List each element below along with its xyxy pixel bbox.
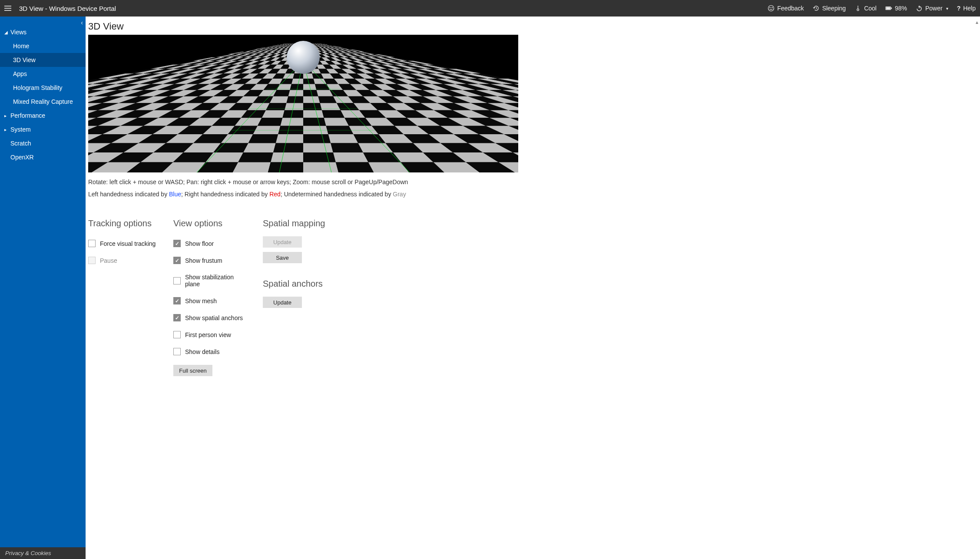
show-mesh-checkbox[interactable] xyxy=(173,297,181,304)
svg-marker-910 xyxy=(303,134,331,143)
privacy-link[interactable]: Privacy & Cookies xyxy=(0,547,86,559)
window-title: 3D View - Windows Device Portal xyxy=(19,5,116,12)
svg-marker-991 xyxy=(333,152,368,162)
sidebar-group-label: Performance xyxy=(10,112,45,119)
svg-marker-868 xyxy=(253,126,280,134)
sidebar-item-scratch[interactable]: Scratch xyxy=(0,136,86,150)
sidebar-item-hologram-stability[interactable]: Hologram Stability xyxy=(0,81,86,95)
svg-point-2 xyxy=(772,7,772,8)
sidebar-group-label: Views xyxy=(10,29,26,36)
svg-marker-949 xyxy=(273,143,303,152)
checkbox-label: Pause xyxy=(100,257,117,264)
power-label: Power xyxy=(925,5,943,12)
sidebar-item-apps[interactable]: Apps xyxy=(0,67,86,81)
feedback-button[interactable]: Feedback xyxy=(768,5,804,12)
svg-point-1054 xyxy=(287,41,320,74)
show-floor-checkbox[interactable] xyxy=(173,240,181,247)
chevron-down-icon: ◢ xyxy=(4,30,9,35)
svg-marker-909 xyxy=(276,134,303,143)
sidebar-item-label: Scratch xyxy=(10,140,31,147)
sidebar: ‹ ◢ Views Home 3D View Apps Hologram Sta… xyxy=(0,17,86,559)
checkbox-label: First person view xyxy=(185,331,231,338)
show-frustum-checkbox[interactable] xyxy=(173,257,181,264)
sidebar-group-views[interactable]: ◢ Views xyxy=(0,25,86,39)
svg-marker-830 xyxy=(303,118,326,126)
view-options-section: View options Show floor Show frustum Sho… xyxy=(173,218,250,380)
svg-marker-869 xyxy=(278,126,303,134)
svg-marker-750 xyxy=(303,103,322,110)
spatial-mapping-update-button[interactable]: Update xyxy=(263,236,302,248)
first-person-view-checkbox[interactable] xyxy=(173,331,181,338)
spatial-mapping-heading: Spatial mapping xyxy=(263,218,350,228)
handedness-legend: Left handedness indicated by Blue; Right… xyxy=(88,191,973,198)
temperature-status[interactable]: Cool xyxy=(854,5,877,12)
spatial-mapping-save-button[interactable]: Save xyxy=(263,252,302,263)
svg-marker-908 xyxy=(248,134,278,143)
svg-marker-1030 xyxy=(303,162,338,172)
battery-status[interactable]: 98% xyxy=(885,5,907,12)
smiley-icon xyxy=(768,5,775,12)
svg-marker-790 xyxy=(303,110,324,118)
hamburger-menu-icon[interactable] xyxy=(4,6,13,11)
spatial-anchors-update-button[interactable]: Update xyxy=(263,297,302,308)
checkbox-label: Show frustum xyxy=(185,257,222,264)
chevron-down-icon: ▾ xyxy=(946,6,948,11)
svg-marker-1028 xyxy=(233,162,271,172)
force-visual-tracking-checkbox[interactable] xyxy=(88,240,96,247)
question-icon: ? xyxy=(957,5,961,12)
legend-red: Red xyxy=(269,191,281,198)
checkbox-label: Show spatial anchors xyxy=(185,314,243,321)
checkbox-label: Show details xyxy=(185,348,219,355)
3d-scene-canvas xyxy=(88,35,518,172)
scroll-up-icon[interactable]: ▴ xyxy=(976,19,978,25)
show-details-checkbox[interactable] xyxy=(173,348,181,355)
svg-marker-990 xyxy=(303,152,336,162)
svg-marker-871 xyxy=(326,126,354,134)
chevron-right-icon: ▸ xyxy=(4,127,9,132)
sidebar-item-3dview[interactable]: 3D View xyxy=(0,53,86,67)
feedback-label: Feedback xyxy=(777,5,804,12)
page-title: 3D View xyxy=(88,21,973,32)
collapse-sidebar-icon[interactable]: ‹ xyxy=(81,19,83,26)
svg-marker-828 xyxy=(258,118,283,126)
svg-marker-911 xyxy=(328,134,358,143)
fullscreen-button[interactable]: Full screen xyxy=(173,365,212,376)
thermometer-icon xyxy=(854,5,861,12)
svg-marker-950 xyxy=(303,143,333,152)
checkbox-label: Show stabilization plane xyxy=(185,274,250,288)
3d-viewport[interactable] xyxy=(88,35,518,172)
main-content: ▴ 3D View xyxy=(86,17,980,559)
tracking-heading: Tracking options xyxy=(88,218,160,228)
sidebar-item-openxr[interactable]: OpenXR xyxy=(0,150,86,164)
sidebar-group-label: System xyxy=(10,126,31,133)
sidebar-group-system[interactable]: ▸ System xyxy=(0,122,86,136)
temperature-label: Cool xyxy=(864,5,877,12)
sidebar-item-home[interactable]: Home xyxy=(0,39,86,53)
svg-marker-951 xyxy=(331,143,363,152)
view-heading: View options xyxy=(173,218,250,228)
show-stabilization-checkbox[interactable] xyxy=(173,277,181,284)
svg-marker-989 xyxy=(271,152,303,162)
spatial-section: Spatial mapping Update Save Spatial anch… xyxy=(263,218,350,380)
sleep-label: Sleeping xyxy=(822,5,846,12)
svg-point-3 xyxy=(857,9,859,10)
topbar: 3D View - Windows Device Portal Feedback… xyxy=(0,0,980,17)
checkbox-label: Force visual tracking xyxy=(100,240,156,247)
svg-marker-789 xyxy=(282,110,303,118)
svg-rect-5 xyxy=(886,7,891,9)
checkbox-label: Show mesh xyxy=(185,298,217,304)
sidebar-item-mrc[interactable]: Mixed Reality Capture xyxy=(0,95,86,109)
pause-checkbox[interactable] xyxy=(88,257,96,264)
help-button[interactable]: ? Help xyxy=(957,5,976,12)
controls-help-text: Rotate: left click + mouse or WASD; Pan:… xyxy=(88,179,973,185)
legend-gray: Gray xyxy=(393,191,406,198)
power-button[interactable]: Power ▾ xyxy=(916,5,948,12)
svg-point-1 xyxy=(770,7,770,8)
svg-rect-6 xyxy=(891,7,892,9)
svg-marker-710 xyxy=(303,96,320,103)
sleep-status[interactable]: Sleeping xyxy=(813,5,846,12)
spatial-anchors-heading: Spatial anchors xyxy=(263,279,350,289)
show-spatial-anchors-checkbox[interactable] xyxy=(173,314,181,321)
svg-marker-1031 xyxy=(336,162,374,172)
sidebar-group-performance[interactable]: ▸ Performance xyxy=(0,109,86,122)
